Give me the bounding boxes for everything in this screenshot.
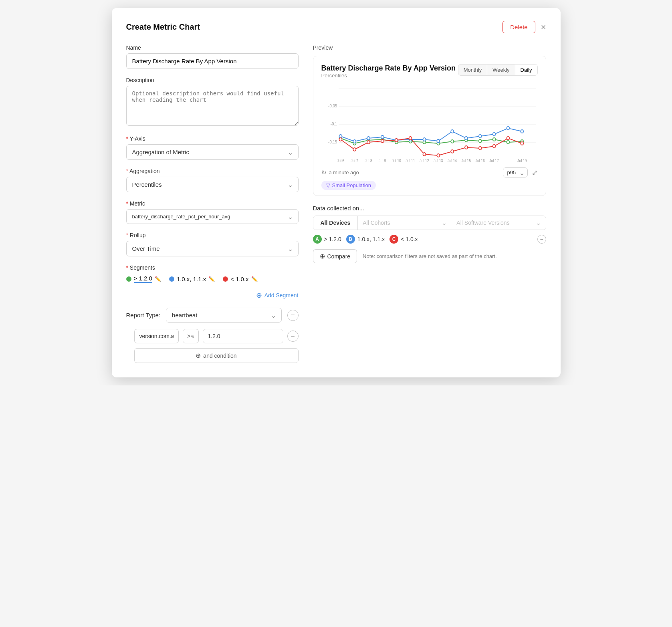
svg-point-28 bbox=[437, 139, 440, 143]
report-type-remove-button[interactable]: − bbox=[287, 310, 299, 321]
chart-title: Battery Discharge Rate By App Version bbox=[321, 64, 456, 73]
plus-icon: ⊕ bbox=[320, 252, 325, 260]
svg-text:Jul 19: Jul 19 bbox=[517, 159, 527, 163]
rollup-select[interactable]: Over Time bbox=[126, 241, 299, 256]
svg-point-29 bbox=[451, 130, 454, 133]
segment-label-a: > 1.2.0 bbox=[134, 275, 152, 283]
condition-row: version.com.app >= − bbox=[134, 329, 299, 343]
chart-subtitle: Percentiles bbox=[321, 73, 456, 79]
tab-weekly[interactable]: Weekly bbox=[487, 65, 515, 75]
segment-item-b: 1.0.x, 1.1.x ✏️ bbox=[169, 276, 215, 282]
svg-point-24 bbox=[381, 135, 383, 139]
filter-icon: ▽ bbox=[326, 182, 330, 188]
svg-point-42 bbox=[437, 154, 440, 157]
metric-label: Metric bbox=[126, 200, 299, 207]
yaxis-select[interactable]: Aggregation of Metric bbox=[126, 144, 299, 160]
small-pop-label: Small Population bbox=[332, 182, 371, 188]
description-textarea[interactable] bbox=[126, 86, 299, 126]
svg-point-38 bbox=[381, 139, 383, 143]
svg-point-46 bbox=[492, 145, 495, 148]
metric-group: Metric battery_discharge_rate_pct_per_ho… bbox=[126, 200, 299, 224]
svg-point-47 bbox=[507, 137, 509, 140]
add-segment-button[interactable]: ⊕ Add Segment bbox=[256, 291, 299, 300]
svg-text:Jul 15: Jul 15 bbox=[461, 159, 470, 163]
all-devices-button[interactable]: All Devices bbox=[313, 216, 358, 230]
report-type-select[interactable]: heartbeat bbox=[166, 308, 281, 323]
refresh-label: a minute ago bbox=[329, 169, 359, 175]
rollup-group: Rollup Over Time bbox=[126, 232, 299, 256]
segment-item-a: > 1.2.0 ✏️ bbox=[126, 275, 161, 283]
report-type-label: Report Type: bbox=[126, 312, 161, 319]
segment-edit-a[interactable]: ✏️ bbox=[155, 276, 161, 282]
svg-text:-0.05: -0.05 bbox=[328, 103, 337, 108]
yaxis-label: Y-Axis bbox=[126, 135, 299, 142]
description-group: Description bbox=[126, 77, 299, 127]
svg-text:Jul 11: Jul 11 bbox=[406, 159, 415, 163]
right-panel: Preview Battery Discharge Rate By App Ve… bbox=[313, 44, 546, 363]
segments-group: Segments > 1.2.0 ✏️ 1.0.x, 1.1.x ✏️ bbox=[126, 264, 299, 300]
all-cohorts-select[interactable]: All Cohorts bbox=[358, 216, 452, 230]
modal: Create Metric Chart Delete × Name Descri… bbox=[112, 8, 561, 377]
condition-op-select[interactable]: >= bbox=[183, 329, 198, 343]
rollup-select-wrapper: Over Time bbox=[126, 241, 299, 256]
all-software-wrapper: All Software Versions bbox=[452, 216, 545, 230]
segment-dot-a bbox=[126, 276, 131, 282]
condition-op-wrapper: >= bbox=[183, 329, 198, 343]
time-tabs: Monthly Weekly Daily bbox=[458, 64, 538, 76]
tab-monthly[interactable]: Monthly bbox=[458, 65, 488, 75]
close-button[interactable]: × bbox=[541, 23, 546, 32]
expand-icon[interactable]: ⤢ bbox=[532, 168, 538, 177]
svg-text:-0.15: -0.15 bbox=[328, 139, 337, 144]
compare-note: Note: comparison filters are not saved a… bbox=[363, 253, 497, 259]
svg-point-19 bbox=[507, 141, 509, 144]
version-tags-remove-button[interactable]: − bbox=[537, 235, 546, 244]
data-collected-label: Data collected on... bbox=[313, 205, 546, 212]
chart-area: -0.05 -0.1 -0.15 bbox=[321, 84, 538, 164]
percentile-select-wrapper: p95 bbox=[503, 167, 528, 177]
svg-point-45 bbox=[478, 147, 481, 150]
compare-button[interactable]: ⊕ Compare bbox=[313, 249, 357, 263]
svg-point-33 bbox=[507, 127, 509, 130]
segment-edit-c[interactable]: ✏️ bbox=[251, 276, 258, 282]
chart-svg: -0.05 -0.1 -0.15 bbox=[321, 84, 538, 164]
version-label-a: > 1.2.0 bbox=[324, 236, 341, 242]
add-segment-plus-icon: ⊕ bbox=[256, 291, 262, 300]
refresh-icon[interactable]: ↻ bbox=[321, 169, 327, 176]
metric-select[interactable]: battery_discharge_rate_pct_per_hour_avg bbox=[126, 209, 299, 224]
description-label: Description bbox=[126, 77, 299, 83]
segment-label-b: 1.0.x, 1.1.x bbox=[177, 276, 206, 282]
svg-point-21 bbox=[339, 135, 342, 138]
svg-point-41 bbox=[423, 153, 426, 156]
version-tag-a: A > 1.2.0 bbox=[313, 235, 341, 244]
svg-point-40 bbox=[409, 137, 412, 140]
svg-point-18 bbox=[492, 138, 495, 141]
all-software-select[interactable]: All Software Versions bbox=[452, 216, 545, 230]
tab-daily[interactable]: Daily bbox=[515, 65, 537, 75]
preview-label: Preview bbox=[313, 44, 546, 51]
delete-button[interactable]: Delete bbox=[502, 21, 535, 33]
report-type-select-wrapper: heartbeat bbox=[166, 308, 281, 323]
condition-value-input[interactable] bbox=[203, 329, 283, 343]
aggregation-select[interactable]: Percentiles bbox=[126, 177, 299, 192]
segments-label: Segments bbox=[126, 264, 299, 271]
main-layout: Name Description Y-Axis Aggregation of M… bbox=[126, 44, 546, 363]
svg-text:Jul 7: Jul 7 bbox=[351, 159, 358, 163]
and-condition-row: ⊕ and condition bbox=[134, 348, 299, 363]
and-condition-button[interactable]: ⊕ and condition bbox=[134, 348, 299, 363]
percentile-select[interactable]: p95 bbox=[503, 167, 528, 177]
condition-remove-button[interactable]: − bbox=[287, 331, 299, 342]
condition-minus-icon: − bbox=[291, 332, 295, 341]
condition-field-select[interactable]: version.com.app bbox=[134, 329, 179, 343]
version-tag-c: C < 1.0.x bbox=[389, 235, 418, 244]
refresh-info: ↻ a minute ago bbox=[321, 169, 359, 176]
name-input[interactable] bbox=[126, 53, 299, 69]
preview-card: Battery Discharge Rate By App Version Pe… bbox=[313, 56, 546, 196]
version-tags-row: A > 1.2.0 B 1.0.x, 1.1.x C < 1.0.x − bbox=[313, 235, 546, 244]
compare-label: Compare bbox=[327, 253, 351, 260]
svg-point-35 bbox=[339, 138, 342, 141]
svg-text:Jul 8: Jul 8 bbox=[365, 159, 372, 163]
version-circle-c: C bbox=[389, 235, 398, 244]
svg-point-43 bbox=[451, 150, 454, 153]
version-circle-b: B bbox=[346, 235, 355, 244]
segment-edit-b[interactable]: ✏️ bbox=[208, 276, 215, 282]
